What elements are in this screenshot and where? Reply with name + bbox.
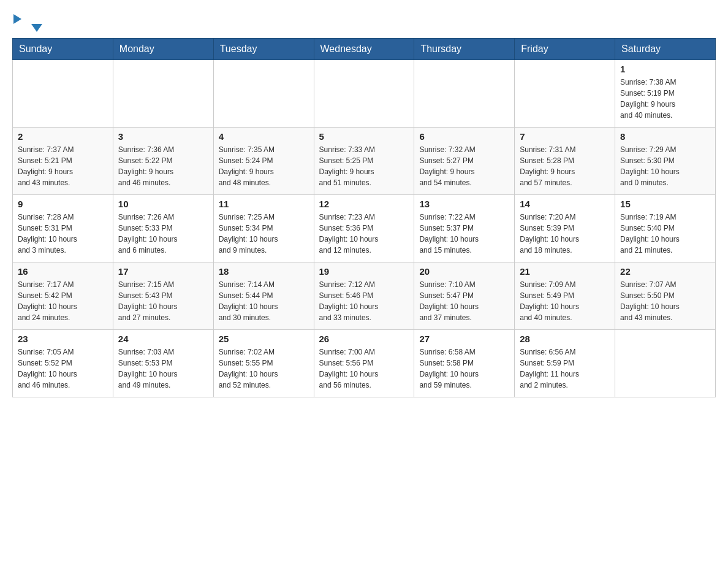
day-info: Sunrise: 6:56 AM Sunset: 5:59 PM Dayligh… bbox=[520, 347, 610, 391]
day-info: Sunrise: 7:03 AM Sunset: 5:53 PM Dayligh… bbox=[118, 347, 208, 391]
calendar-cell: 17Sunrise: 7:15 AM Sunset: 5:43 PM Dayli… bbox=[113, 262, 213, 330]
calendar-cell bbox=[414, 60, 515, 128]
day-info: Sunrise: 7:38 AM Sunset: 5:19 PM Dayligh… bbox=[620, 77, 710, 121]
calendar-cell: 18Sunrise: 7:14 AM Sunset: 5:44 PM Dayli… bbox=[213, 262, 314, 330]
calendar-cell: 22Sunrise: 7:07 AM Sunset: 5:50 PM Dayli… bbox=[615, 262, 716, 330]
day-number: 26 bbox=[319, 334, 409, 344]
day-info: Sunrise: 7:07 AM Sunset: 5:50 PM Dayligh… bbox=[620, 279, 710, 323]
week-row-2: 2Sunrise: 7:37 AM Sunset: 5:21 PM Daylig… bbox=[13, 128, 716, 195]
calendar-cell: 7Sunrise: 7:31 AM Sunset: 5:28 PM Daylig… bbox=[515, 128, 615, 195]
day-number: 3 bbox=[118, 131, 208, 142]
day-number: 11 bbox=[219, 199, 309, 209]
calendar-cell: 26Sunrise: 7:00 AM Sunset: 5:56 PM Dayli… bbox=[314, 330, 414, 397]
day-info: Sunrise: 7:26 AM Sunset: 5:33 PM Dayligh… bbox=[118, 212, 208, 256]
day-info: Sunrise: 6:58 AM Sunset: 5:58 PM Dayligh… bbox=[419, 347, 509, 391]
day-info: Sunrise: 7:31 AM Sunset: 5:28 PM Dayligh… bbox=[520, 144, 610, 188]
week-row-1: 1Sunrise: 7:38 AM Sunset: 5:19 PM Daylig… bbox=[13, 60, 716, 128]
day-number: 19 bbox=[319, 266, 409, 277]
day-header-sunday: Sunday bbox=[13, 39, 113, 60]
calendar-cell: 9Sunrise: 7:28 AM Sunset: 5:31 PM Daylig… bbox=[13, 195, 113, 262]
day-info: Sunrise: 7:10 AM Sunset: 5:47 PM Dayligh… bbox=[419, 279, 509, 323]
calendar-cell: 14Sunrise: 7:20 AM Sunset: 5:39 PM Dayli… bbox=[515, 195, 615, 262]
day-number: 7 bbox=[520, 131, 610, 142]
day-number: 22 bbox=[620, 266, 710, 277]
calendar-cell: 25Sunrise: 7:02 AM Sunset: 5:55 PM Dayli… bbox=[213, 330, 314, 397]
calendar-cell: 16Sunrise: 7:17 AM Sunset: 5:42 PM Dayli… bbox=[13, 262, 113, 330]
week-row-3: 9Sunrise: 7:28 AM Sunset: 5:31 PM Daylig… bbox=[13, 195, 716, 262]
day-number: 13 bbox=[419, 199, 509, 209]
week-row-5: 23Sunrise: 7:05 AM Sunset: 5:52 PM Dayli… bbox=[13, 330, 716, 397]
day-number: 10 bbox=[118, 199, 208, 209]
calendar-cell: 4Sunrise: 7:35 AM Sunset: 5:24 PM Daylig… bbox=[213, 128, 314, 195]
day-header-monday: Monday bbox=[113, 39, 213, 60]
day-info: Sunrise: 7:12 AM Sunset: 5:46 PM Dayligh… bbox=[319, 279, 409, 323]
day-info: Sunrise: 7:23 AM Sunset: 5:36 PM Dayligh… bbox=[319, 212, 409, 256]
logo-triangle-icon bbox=[31, 24, 42, 32]
calendar-cell: 5Sunrise: 7:33 AM Sunset: 5:25 PM Daylig… bbox=[314, 128, 414, 195]
calendar-cell: 3Sunrise: 7:36 AM Sunset: 5:22 PM Daylig… bbox=[113, 128, 213, 195]
day-number: 24 bbox=[118, 334, 208, 344]
day-number: 23 bbox=[18, 334, 108, 344]
calendar-cell: 8Sunrise: 7:29 AM Sunset: 5:30 PM Daylig… bbox=[615, 128, 716, 195]
calendar-cell bbox=[314, 60, 414, 128]
day-header-thursday: Thursday bbox=[414, 39, 515, 60]
logo bbox=[12, 12, 42, 32]
day-info: Sunrise: 7:15 AM Sunset: 5:43 PM Dayligh… bbox=[118, 279, 208, 323]
day-number: 18 bbox=[219, 266, 309, 277]
calendar-cell: 6Sunrise: 7:32 AM Sunset: 5:27 PM Daylig… bbox=[414, 128, 515, 195]
day-info: Sunrise: 7:37 AM Sunset: 5:21 PM Dayligh… bbox=[18, 144, 108, 188]
calendar-cell: 27Sunrise: 6:58 AM Sunset: 5:58 PM Dayli… bbox=[414, 330, 515, 397]
day-header-wednesday: Wednesday bbox=[314, 39, 414, 60]
day-info: Sunrise: 7:32 AM Sunset: 5:27 PM Dayligh… bbox=[419, 144, 509, 188]
day-info: Sunrise: 7:20 AM Sunset: 5:39 PM Dayligh… bbox=[520, 212, 610, 256]
day-info: Sunrise: 7:29 AM Sunset: 5:30 PM Dayligh… bbox=[620, 144, 710, 188]
calendar-cell: 12Sunrise: 7:23 AM Sunset: 5:36 PM Dayli… bbox=[314, 195, 414, 262]
day-number: 4 bbox=[219, 131, 309, 142]
days-header-row: SundayMondayTuesdayWednesdayThursdayFrid… bbox=[13, 39, 716, 60]
day-info: Sunrise: 7:17 AM Sunset: 5:42 PM Dayligh… bbox=[18, 279, 108, 323]
calendar-cell: 21Sunrise: 7:09 AM Sunset: 5:49 PM Dayli… bbox=[515, 262, 615, 330]
week-row-4: 16Sunrise: 7:17 AM Sunset: 5:42 PM Dayli… bbox=[13, 262, 716, 330]
day-info: Sunrise: 7:00 AM Sunset: 5:56 PM Dayligh… bbox=[319, 347, 409, 391]
day-number: 27 bbox=[419, 334, 509, 344]
calendar-cell: 20Sunrise: 7:10 AM Sunset: 5:47 PM Dayli… bbox=[414, 262, 515, 330]
day-number: 9 bbox=[18, 199, 108, 209]
calendar-cell: 1Sunrise: 7:38 AM Sunset: 5:19 PM Daylig… bbox=[615, 60, 716, 128]
day-number: 2 bbox=[18, 131, 108, 142]
day-number: 15 bbox=[620, 199, 710, 209]
day-info: Sunrise: 7:36 AM Sunset: 5:22 PM Dayligh… bbox=[118, 144, 208, 188]
day-header-tuesday: Tuesday bbox=[213, 39, 314, 60]
page-header bbox=[12, 12, 716, 32]
day-info: Sunrise: 7:05 AM Sunset: 5:52 PM Dayligh… bbox=[18, 347, 108, 391]
day-number: 1 bbox=[620, 64, 710, 74]
day-info: Sunrise: 7:25 AM Sunset: 5:34 PM Dayligh… bbox=[219, 212, 309, 256]
day-info: Sunrise: 7:09 AM Sunset: 5:49 PM Dayligh… bbox=[520, 279, 610, 323]
logo-arrow-icon bbox=[13, 14, 21, 24]
calendar-cell bbox=[213, 60, 314, 128]
calendar-cell bbox=[515, 60, 615, 128]
day-number: 25 bbox=[219, 334, 309, 344]
day-info: Sunrise: 7:33 AM Sunset: 5:25 PM Dayligh… bbox=[319, 144, 409, 188]
day-number: 5 bbox=[319, 131, 409, 142]
day-number: 20 bbox=[419, 266, 509, 277]
calendar-cell: 11Sunrise: 7:25 AM Sunset: 5:34 PM Dayli… bbox=[213, 195, 314, 262]
day-info: Sunrise: 7:02 AM Sunset: 5:55 PM Dayligh… bbox=[219, 347, 309, 391]
day-number: 14 bbox=[520, 199, 610, 209]
calendar-cell: 15Sunrise: 7:19 AM Sunset: 5:40 PM Dayli… bbox=[615, 195, 716, 262]
day-number: 21 bbox=[520, 266, 610, 277]
calendar-cell bbox=[113, 60, 213, 128]
calendar-cell: 24Sunrise: 7:03 AM Sunset: 5:53 PM Dayli… bbox=[113, 330, 213, 397]
calendar-cell: 19Sunrise: 7:12 AM Sunset: 5:46 PM Dayli… bbox=[314, 262, 414, 330]
day-number: 12 bbox=[319, 199, 409, 209]
day-number: 6 bbox=[419, 131, 509, 142]
calendar-cell bbox=[615, 330, 716, 397]
day-info: Sunrise: 7:19 AM Sunset: 5:40 PM Dayligh… bbox=[620, 212, 710, 256]
calendar-cell: 10Sunrise: 7:26 AM Sunset: 5:33 PM Dayli… bbox=[113, 195, 213, 262]
calendar-cell bbox=[13, 60, 113, 128]
day-info: Sunrise: 7:28 AM Sunset: 5:31 PM Dayligh… bbox=[18, 212, 108, 256]
calendar-table: SundayMondayTuesdayWednesdayThursdayFrid… bbox=[12, 38, 716, 397]
day-info: Sunrise: 7:22 AM Sunset: 5:37 PM Dayligh… bbox=[419, 212, 509, 256]
day-header-saturday: Saturday bbox=[615, 39, 716, 60]
day-info: Sunrise: 7:35 AM Sunset: 5:24 PM Dayligh… bbox=[219, 144, 309, 188]
day-number: 28 bbox=[520, 334, 610, 344]
